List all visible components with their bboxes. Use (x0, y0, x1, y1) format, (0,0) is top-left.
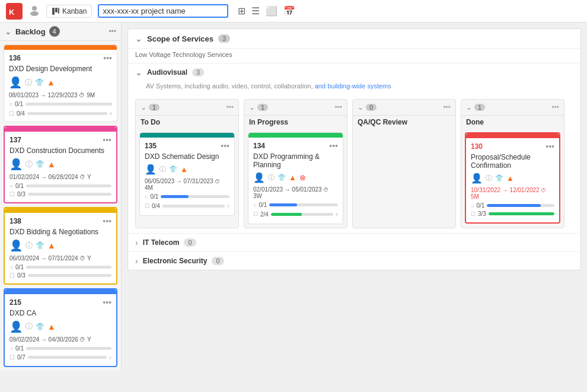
table-icon-btn[interactable]: ☰ (250, 4, 261, 18)
it-telecom-header: › IT Telecom 0 (128, 234, 580, 251)
top-icons-group: ⊞ ☰ ⬜ 📅 (237, 4, 296, 18)
user-avatar-btn[interactable] (28, 4, 40, 18)
card-menu-icon[interactable]: ••• (329, 141, 338, 151)
card-progress-row-2: ☐ 0/4 › (9, 109, 112, 117)
shirt-icon: 👕 (35, 78, 44, 87)
kanban-col-todo-header: ⌄ 1 ••• (136, 100, 238, 116)
backlog-chevron-icon[interactable]: ⌄ (5, 27, 12, 36)
info-icon: ⓘ (25, 321, 33, 332)
shirt-icon: 👕 (169, 165, 177, 173)
col-title-todo: To Do (136, 116, 238, 129)
backlog-card-215[interactable]: 215 ••• DXD CA 👤 ⓘ 👕 ▲ 09/02/2024 → 04/3… (4, 288, 117, 367)
kanban-col-qaqc-body (353, 129, 455, 228)
av-count: 3 (192, 68, 204, 77)
col-title-done: Done (461, 116, 564, 129)
col-menu-icon[interactable]: ••• (226, 103, 234, 111)
av-chevron-icon[interactable]: ⌄ (135, 68, 142, 77)
kanban-nav-btn[interactable]: Kanban (46, 5, 92, 18)
col-menu-icon[interactable]: ••• (334, 103, 342, 111)
backlog-menu-icon[interactable]: ••• (109, 27, 116, 36)
col-count: 0 (366, 104, 377, 111)
kanban-card-130[interactable]: 130 ••• Proposal/Schedule Confirmation 👤… (465, 132, 560, 224)
checkbox-icon: ☐ (9, 110, 14, 117)
progress-circle-icon: ○ (9, 264, 13, 270)
card-title: DXD Construction Documents (9, 146, 111, 155)
col-chevron-icon: ⌄ (358, 103, 363, 111)
card-progress-row-1: ○ 0/1 (9, 345, 111, 352)
card-progress-row-1: ○ 0/1 (145, 193, 229, 200)
card-progress-row-2: ☐ 0/4 › (145, 202, 229, 210)
checkbox-icon: ☐ (9, 354, 15, 361)
project-name-input[interactable] (98, 4, 228, 18)
card-title: Proposal/Schedule Confirmation (471, 153, 554, 170)
es-chevron-icon[interactable]: › (135, 256, 138, 266)
card-assignees: 👤 ⓘ 👕 ▲ (9, 76, 112, 89)
scope-section-header: ⌄ Scope of Services 3 (128, 29, 580, 49)
col-chevron-icon: ⌄ (466, 103, 472, 111)
info-icon: ⓘ (486, 174, 492, 183)
card-dates: 01/02/2024 → 06/28/2024 ⏱ Y (9, 174, 111, 180)
card-dates: 02/01/2023 → 05/01/2023 ⏱ 3W (253, 186, 338, 199)
es-count: 0 (212, 257, 224, 265)
electronic-security-subsection: › Electronic Security 0 (128, 251, 580, 270)
es-title: Electronic Security (143, 257, 208, 265)
kanban-col-inprogress-header: ⌄ 1 ••• (244, 100, 347, 116)
person-icon: 👤 (9, 158, 23, 171)
col-title-inprogress: In Progress (244, 116, 347, 129)
card-dates: 09/02/2024 → 04/30/2026 ⏱ Y (9, 336, 111, 343)
backlog-card-136[interactable]: 136 ••• DXD Design Development 👤 ⓘ 👕 ▲ 0… (4, 44, 117, 122)
person-icon: 👤 (9, 320, 23, 333)
backlog-card-138[interactable]: 138 ••• DXD Bidding & Negotiations 👤 ⓘ 👕… (4, 207, 117, 285)
kanban-col-inprogress-body: 134 ••• DXD Programming & Planning 👤 ⓘ 👕… (244, 129, 347, 228)
card-menu-icon[interactable]: ••• (221, 141, 229, 151)
card-arrow-icon: › (227, 202, 229, 210)
backlog-panel: ⌄ Backlog 4 ••• 136 ••• DXD Design Devel… (0, 23, 122, 371)
card-progress-row-1: ○ 0/1 (253, 202, 338, 208)
warning-icon: ▲ (47, 78, 55, 87)
shirt-icon: 👕 (36, 241, 44, 250)
card-arrow-icon: › (336, 210, 338, 218)
electronic-security-header: › Electronic Security 0 (128, 252, 580, 270)
kanban-col-done: ⌄ 1 ••• Done 130 (461, 99, 564, 228)
backlog-cards-list: 136 ••• DXD Design Development 👤 ⓘ 👕 ▲ 0… (0, 41, 121, 371)
checkbox-icon: ☐ (253, 211, 258, 217)
col-menu-icon[interactable]: ••• (443, 103, 451, 111)
card-menu-icon[interactable]: ••• (103, 216, 111, 226)
card-menu-icon[interactable]: ••• (103, 135, 111, 145)
svg-rect-4 (52, 8, 55, 15)
warning-icon: ▲ (289, 173, 296, 182)
it-chevron-icon[interactable]: › (135, 238, 138, 247)
kanban-card-135[interactable]: 135 ••• DXD Schematic Design 👤 ⓘ 👕 ▲ (139, 132, 235, 216)
person-icon: 👤 (471, 173, 483, 184)
scope-chevron-icon[interactable]: ⌄ (135, 34, 142, 43)
checkbox-icon: ☐ (9, 272, 15, 279)
grid-icon-btn[interactable]: ⊞ (237, 4, 247, 18)
backlog-card-137[interactable]: 137 ••• DXD Construction Documents 👤 ⓘ 👕… (4, 126, 117, 203)
warning-icon: ▲ (180, 165, 188, 174)
kanban-card-134[interactable]: 134 ••• DXD Programming & Planning 👤 ⓘ 👕… (248, 132, 343, 224)
card-assignees: 👤 ⓘ 👕 ▲ (9, 320, 111, 333)
main-layout: ⌄ Backlog 4 ••• 136 ••• DXD Design Devel… (0, 23, 587, 371)
backlog-header: ⌄ Backlog 4 ••• (0, 23, 121, 41)
card-menu-icon[interactable]: ••• (103, 53, 112, 63)
card-arrow-icon: › (109, 353, 111, 362)
svg-rect-6 (58, 8, 59, 14)
app-logo: K (6, 3, 23, 20)
progress-circle-icon: ○ (9, 345, 13, 352)
card-menu-icon[interactable]: ••• (545, 142, 554, 151)
svg-point-3 (30, 11, 39, 16)
person-icon: 👤 (9, 76, 22, 89)
card-title: DXD Design Development (9, 65, 112, 73)
chart-icon-btn[interactable]: ⬜ (264, 4, 279, 18)
card-progress-row-2: ☐ 0/3 (9, 272, 111, 279)
col-menu-icon[interactable]: ••• (551, 103, 559, 111)
card-progress-row-2: ☐ 3/3 (471, 211, 554, 217)
warning-icon: ▲ (47, 322, 56, 332)
shirt-icon: 👕 (277, 174, 286, 181)
info-icon: ⓘ (159, 165, 166, 174)
card-menu-icon[interactable]: ••• (103, 298, 111, 307)
card-id: 134 (253, 142, 265, 150)
calendar-icon-btn[interactable]: 📅 (282, 4, 296, 18)
info-icon: ⓘ (25, 241, 33, 251)
card-dates: 08/01/2023 → 12/29/2023 ⏱ 9M (9, 92, 112, 98)
